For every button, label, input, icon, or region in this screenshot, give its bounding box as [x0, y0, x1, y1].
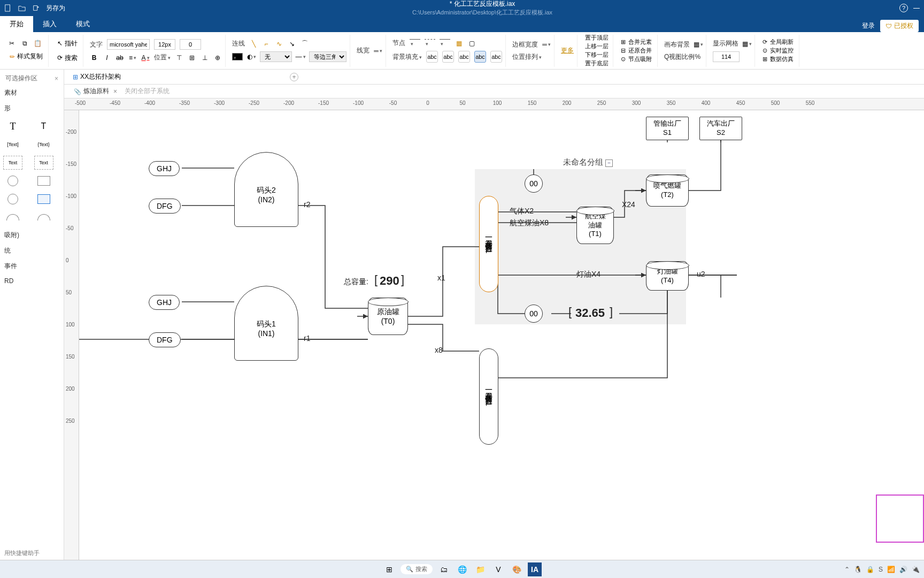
node-crude[interactable]: 原油罐 (T0): [368, 298, 408, 335]
unmerge-button[interactable]: ⊟ 还原合并: [620, 47, 654, 55]
merge-button[interactable]: ⊞ 合并元素: [620, 38, 654, 46]
main-tab[interactable]: ⊞XX总拓扑架构: [68, 70, 125, 83]
tray-icon-3[interactable]: 🔒: [866, 566, 874, 573]
saveas-label[interactable]: 另存为: [46, 4, 65, 13]
paste-icon[interactable]: 📋: [33, 39, 42, 48]
open-folder-icon[interactable]: [18, 4, 26, 12]
italic-button[interactable]: I: [103, 54, 111, 62]
layer-up[interactable]: 上移一层: [584, 42, 610, 50]
system-tray[interactable]: ⌃ 🐧 🔒 S 📶 🔊 🔌: [844, 566, 920, 573]
tray-volume-icon[interactable]: 🔊: [899, 566, 907, 573]
tray-icon-2[interactable]: 🐧: [854, 566, 862, 573]
node-dfg-2[interactable]: DFG: [149, 332, 181, 347]
line-color[interactable]: [232, 53, 243, 60]
node-dock2[interactable]: 码头2 (IN2): [234, 152, 298, 227]
layer-down[interactable]: 下移一层: [584, 51, 610, 59]
panel-stats[interactable]: 统: [2, 243, 61, 258]
layer-top[interactable]: 置于顶层: [584, 34, 610, 42]
line-style[interactable]: ◐: [247, 52, 256, 61]
tb-start[interactable]: ⊞: [382, 562, 396, 576]
shape-text-2[interactable]: T: [34, 119, 53, 133]
font-input[interactable]: [107, 39, 150, 50]
menu-mode[interactable]: 模式: [66, 16, 99, 32]
panel-event[interactable]: 事件: [2, 258, 61, 274]
panel-close[interactable]: ×: [55, 75, 58, 82]
global-refresh[interactable]: ⟳ 全局刷新: [761, 38, 796, 46]
minimap[interactable]: [876, 495, 924, 543]
tb-app-1[interactable]: 🗂: [437, 562, 451, 576]
panel-rd[interactable]: RD: [2, 274, 61, 288]
panel-snap[interactable]: 吸附): [2, 227, 61, 243]
node-pipeout[interactable]: 管输出厂 S1: [646, 117, 689, 140]
opacity-input[interactable]: [180, 39, 201, 50]
text-tool-4[interactable]: ⊕: [213, 54, 222, 62]
canvas[interactable]: 未命名分组 −: [79, 110, 924, 562]
fontsize-input[interactable]: [154, 39, 175, 50]
menu-insert[interactable]: 插入: [33, 16, 66, 32]
tray-icon-4[interactable]: S: [879, 566, 883, 573]
borderwidth-dd[interactable]: ═: [542, 40, 551, 49]
shape-bracket-2[interactable]: {Text}: [34, 138, 53, 151]
node-oo-1[interactable]: 00: [525, 174, 543, 193]
tray-power-icon[interactable]: 🔌: [912, 566, 920, 573]
panel-shape[interactable]: 形: [2, 101, 61, 116]
node-oo-2[interactable]: 00: [525, 305, 543, 323]
tb-app-2[interactable]: 🎨: [510, 562, 523, 576]
export-icon[interactable]: [32, 4, 40, 12]
abc-box-3[interactable]: abc: [458, 51, 470, 63]
node-ghj-1[interactable]: GHJ: [149, 161, 180, 176]
bold-button[interactable]: B: [90, 54, 98, 62]
bgfill-dd[interactable]: 背景填充: [392, 52, 422, 62]
tb-visio[interactable]: V: [491, 562, 505, 576]
showgrid-dd[interactable]: ▦: [743, 40, 751, 48]
pointer-button[interactable]: ↖指针: [55, 38, 80, 49]
data-sim[interactable]: ⊞ 数据仿真: [761, 55, 796, 63]
group-toggle[interactable]: −: [605, 159, 613, 167]
zoom-input[interactable]: [713, 51, 740, 62]
shape-label-2[interactable]: Text: [34, 156, 53, 170]
node-jettank[interactable]: 喷气燃罐 (T2): [646, 174, 689, 207]
subtab-refinery[interactable]: 炼油原料×: [74, 87, 117, 96]
arrange-dd[interactable]: 位置排列: [512, 52, 542, 62]
shape-circle-1[interactable]: [3, 174, 22, 188]
line-free-icon[interactable]: ↘: [288, 40, 296, 48]
close-all-subs[interactable]: 关闭全部子系统: [125, 87, 170, 96]
search-button[interactable]: ⟳搜索: [55, 52, 80, 64]
login-link[interactable]: 登录: [862, 21, 875, 31]
abc-box-2[interactable]: abc: [442, 51, 454, 63]
text-tool-1[interactable]: ⊤: [175, 54, 183, 62]
node-avitank[interactable]: 航空煤 油罐 (T1): [576, 207, 614, 244]
tray-icon-1[interactable]: ⌃: [844, 566, 850, 573]
minimize-icon[interactable]: [913, 8, 920, 9]
node-distill-2[interactable]: 一套蒸馏装置R 1: [479, 348, 498, 445]
layer-bottom[interactable]: 置于底层: [584, 59, 610, 67]
abc-box-1[interactable]: abc: [426, 51, 438, 63]
node-ghj-2[interactable]: GHJ: [149, 295, 180, 310]
tb-search[interactable]: 🔍 搜索: [401, 564, 433, 574]
cut-icon[interactable]: ✂: [7, 39, 16, 48]
shape-arc-2[interactable]: [34, 210, 53, 224]
abc-box-5[interactable]: abc: [490, 51, 502, 63]
shape-arc-1[interactable]: [3, 210, 22, 224]
panel-material[interactable]: 素材: [2, 85, 61, 101]
abc-box-4[interactable]: abc: [474, 51, 486, 63]
add-tab[interactable]: +: [290, 73, 298, 81]
shape-bracket-1[interactable]: [Text]: [3, 138, 22, 151]
canvasbg-dd[interactable]: ▦: [694, 40, 703, 49]
node-border-icon[interactable]: ▢: [467, 39, 476, 48]
tb-app-ia[interactable]: IA: [528, 562, 542, 576]
line-straight-icon[interactable]: ╲: [249, 40, 258, 48]
snap-button[interactable]: ⊙ 节点吸附: [620, 55, 654, 63]
line-arc-icon[interactable]: ⌒: [301, 40, 309, 48]
position-button[interactable]: 位置: [154, 53, 171, 62]
strike-button[interactable]: ab: [116, 54, 124, 62]
style-copy-button[interactable]: ✏样式复制: [7, 51, 45, 62]
text-tool-2[interactable]: ⊞: [188, 54, 196, 62]
copy-icon[interactable]: ⧉: [20, 39, 29, 48]
align-button[interactable]: ≡: [128, 54, 137, 62]
arrow-end[interactable]: 等边三角: [309, 51, 346, 62]
linewidth-dd[interactable]: ═: [374, 47, 382, 55]
shape-circle-2[interactable]: [3, 192, 22, 206]
node-style-2[interactable]: [425, 39, 435, 47]
shape-text-1[interactable]: T: [3, 119, 22, 133]
